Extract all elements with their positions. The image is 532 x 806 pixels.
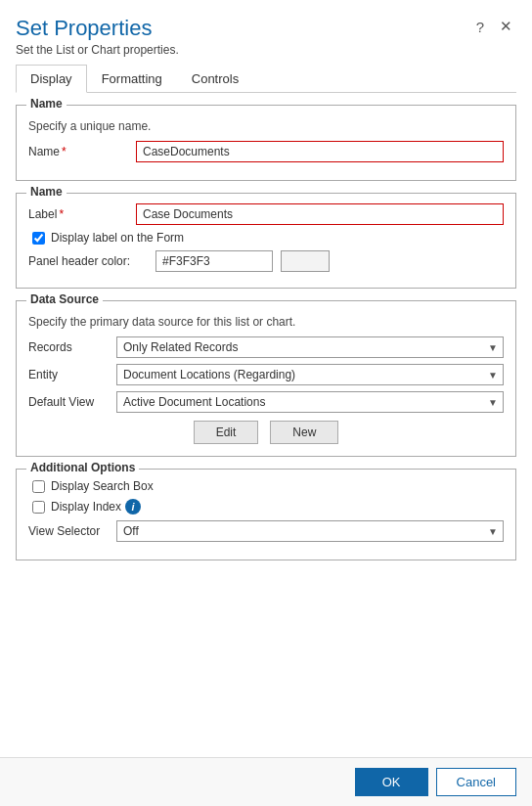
view-selector-row: View Selector Off On ▼ (28, 520, 504, 542)
ok-button[interactable]: OK (355, 768, 428, 796)
display-index-checkbox[interactable] (32, 501, 45, 514)
label-field-row: Label* (28, 203, 504, 225)
entity-select[interactable]: Document Locations (Regarding) Other Ent… (116, 364, 504, 385)
help-icon[interactable]: ? (472, 17, 488, 37)
dialog-header-actions: ? ✕ (472, 16, 516, 37)
view-selector-label: View Selector (28, 524, 116, 538)
entity-row: Entity Document Locations (Regarding) Ot… (28, 364, 504, 385)
dialog-title: Set Properties (16, 16, 179, 41)
dialog-subtitle: Set the List or Chart properties. (16, 43, 179, 57)
display-search-box-label: Display Search Box (51, 479, 154, 493)
display-index-info-icon[interactable]: i (125, 499, 141, 515)
name-input[interactable] (136, 141, 504, 162)
tabs-bar: Display Formatting Controls (16, 65, 516, 93)
name-field-label: Name* (28, 145, 136, 158)
new-button[interactable]: New (270, 421, 338, 444)
additional-options-section: Additional Options Display Search Box Di… (16, 469, 516, 560)
additional-options-legend: Additional Options (26, 461, 139, 474)
view-selector-select[interactable]: Off On (116, 520, 504, 542)
records-label: Records (28, 340, 116, 354)
default-view-select[interactable]: Active Document Locations Inactive Docum… (116, 391, 504, 413)
label-field-label: Label* (28, 207, 136, 221)
name-section-legend: Name (26, 97, 66, 111)
default-view-select-wrapper: Active Document Locations Inactive Docum… (116, 391, 504, 413)
name-section-desc: Specify a unique name. (28, 119, 504, 133)
default-view-label: Default View (28, 395, 116, 409)
display-label-text: Display label on the Form (51, 231, 184, 245)
tab-display[interactable]: Display (16, 65, 87, 93)
color-swatch[interactable] (281, 250, 330, 272)
default-view-row: Default View Active Document Locations I… (28, 391, 504, 413)
dialog-footer: OK Cancel (0, 757, 532, 806)
view-selector-wrapper: Off On ▼ (116, 520, 504, 542)
name-section: Name Specify a unique name. Name* (16, 105, 516, 181)
entity-label: Entity (28, 368, 116, 381)
display-label-row: Display label on the Form (28, 231, 504, 245)
data-source-legend: Data Source (26, 292, 103, 306)
tab-formatting[interactable]: Formatting (87, 65, 177, 93)
data-source-section: Data Source Specify the primary data sou… (16, 300, 516, 457)
dialog: Set Properties Set the List or Chart pro… (0, 0, 532, 806)
display-search-box-row: Display Search Box (28, 479, 504, 493)
dialog-header: Set Properties Set the List or Chart pro… (0, 0, 532, 65)
display-index-row: Display Index i (28, 499, 504, 515)
close-icon[interactable]: ✕ (496, 16, 516, 37)
records-select[interactable]: Only Related Records All Record Types (116, 336, 504, 358)
data-source-desc: Specify the primary data source for this… (28, 315, 504, 329)
tab-controls[interactable]: Controls (177, 65, 253, 93)
cancel-button[interactable]: Cancel (436, 768, 516, 796)
display-label-checkbox[interactable] (32, 232, 45, 245)
dialog-title-area: Set Properties Set the List or Chart pro… (16, 16, 179, 57)
panel-header-color-label: Panel header color: (28, 254, 155, 268)
edit-button[interactable]: Edit (194, 421, 259, 444)
display-index-label: Display Index (51, 500, 121, 514)
records-row: Records Only Related Records All Record … (28, 336, 504, 358)
edit-new-btn-row: Edit New (28, 421, 504, 444)
label-section: Name Label* Display label on the Form Pa… (16, 193, 516, 289)
panel-header-color-input[interactable] (155, 250, 273, 272)
panel-header-color-row: Panel header color: (28, 250, 504, 272)
dialog-body: Name Specify a unique name. Name* Name L… (0, 93, 532, 757)
label-input[interactable] (136, 203, 504, 225)
records-select-wrapper: Only Related Records All Record Types ▼ (116, 336, 504, 358)
label-section-legend: Name (26, 185, 66, 199)
name-field-row: Name* (28, 141, 504, 162)
display-search-box-checkbox[interactable] (32, 480, 45, 493)
entity-select-wrapper: Document Locations (Regarding) Other Ent… (116, 364, 504, 385)
